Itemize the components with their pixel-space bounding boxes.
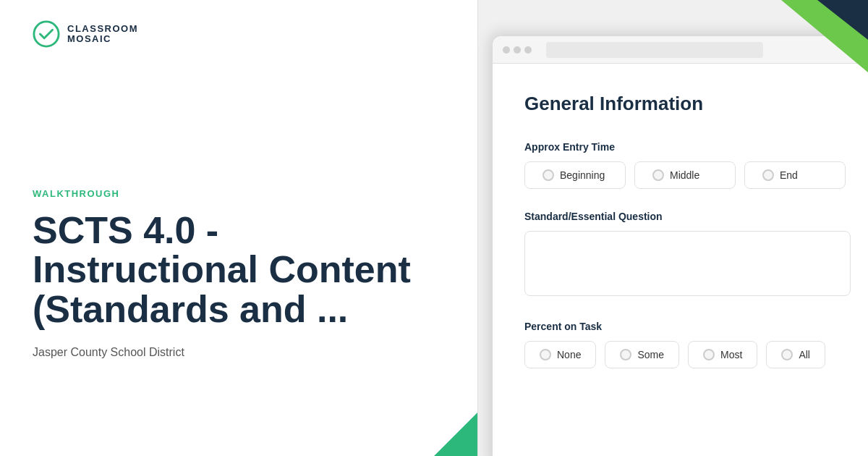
browser-dots: [503, 46, 532, 54]
browser-dot-3: [524, 46, 532, 54]
walkthrough-label: WALKTHROUGH: [33, 188, 441, 199]
option-beginning-label: Beginning: [560, 169, 605, 181]
green-corner-accent: [434, 413, 477, 456]
radio-circle-middle: [652, 169, 664, 181]
percent-option-most[interactable]: Most: [688, 341, 757, 368]
option-middle[interactable]: Middle: [634, 161, 736, 189]
standard-question-label: Standard/Essential Question: [524, 211, 851, 222]
triangle-dark: [817, 0, 868, 40]
percent-option-all[interactable]: All: [766, 341, 825, 368]
svg-point-0: [34, 22, 59, 46]
percent-option-some[interactable]: Some: [605, 341, 679, 368]
section-title: General Information: [524, 93, 851, 115]
percent-option-none-label: None: [557, 349, 581, 360]
right-panel: General Information Approx Entry Time Be…: [477, 0, 868, 456]
percent-option-none[interactable]: None: [524, 341, 596, 368]
browser-content: General Information Approx Entry Time Be…: [493, 64, 868, 456]
option-middle-label: Middle: [670, 169, 699, 181]
radio-circle-all: [781, 349, 793, 360]
radio-circle-some: [620, 349, 631, 360]
radio-circle-beginning: [542, 169, 554, 181]
approx-entry-time-group: Approx Entry Time Beginning Middle End: [524, 141, 851, 189]
percent-option-all-label: All: [799, 349, 810, 360]
approx-entry-time-label: Approx Entry Time: [524, 141, 851, 153]
percent-option-most-label: Most: [720, 349, 742, 360]
radio-circle-most: [703, 349, 715, 360]
browser-dot-1: [503, 46, 510, 54]
top-right-decoration: [752, 0, 868, 87]
browser-dot-2: [514, 46, 521, 54]
percent-on-task-options: None Some Most All: [524, 341, 851, 368]
logo-text: CLASSROOM MOSAIC: [67, 24, 138, 45]
percent-option-some-label: Some: [637, 349, 664, 360]
browser-url-bar: [546, 42, 763, 58]
standard-question-group: Standard/Essential Question: [524, 211, 851, 299]
option-beginning[interactable]: Beginning: [524, 161, 626, 189]
radio-circle-none: [540, 349, 551, 360]
logo-area: CLASSROOM MOSAIC: [33, 20, 441, 48]
logo-text-mosaic: MOSAIC: [67, 34, 138, 44]
radio-circle-end: [762, 169, 774, 181]
left-panel-content: WALKTHROUGH SCTS 4.0 - Instructional Con…: [33, 145, 441, 360]
logo-icon: [33, 20, 60, 48]
approx-entry-time-options: Beginning Middle End: [524, 161, 851, 189]
browser-window: General Information Approx Entry Time Be…: [493, 36, 868, 456]
logo-text-classroom: CLASSROOM: [67, 24, 138, 34]
left-panel: CLASSROOM MOSAIC WALKTHROUGH SCTS 4.0 - …: [0, 0, 477, 456]
subtitle: Jasper County School District: [33, 346, 441, 359]
percent-on-task-group: Percent on Task None Some Most: [524, 321, 851, 368]
main-title: SCTS 4.0 - Instructional Content (Standa…: [33, 211, 441, 329]
option-end[interactable]: End: [744, 161, 846, 189]
percent-on-task-label: Percent on Task: [524, 321, 851, 332]
option-end-label: End: [780, 169, 798, 181]
standard-question-input[interactable]: [524, 231, 851, 296]
